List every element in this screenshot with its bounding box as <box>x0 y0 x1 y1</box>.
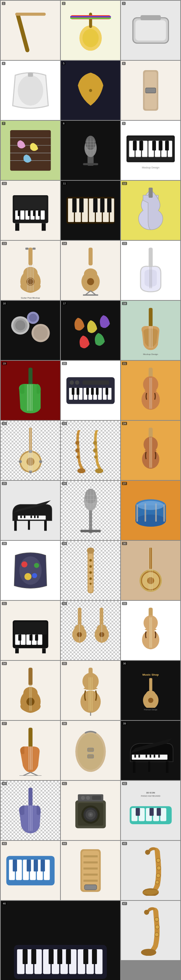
svg-rect-70 <box>72 199 77 213</box>
svg-rect-94 <box>83 294 98 296</box>
svg-point-346 <box>141 949 156 956</box>
svg-rect-0 <box>15 12 30 52</box>
grid-item-25[interactable]: 25 <box>1 481 60 540</box>
grid-item-18[interactable]: Mockup Design 18 <box>121 301 180 360</box>
svg-point-91 <box>87 278 94 285</box>
svg-line-260 <box>30 772 38 776</box>
grid-item-15[interactable]: 15 <box>121 241 180 300</box>
badge-28: 28 <box>2 542 7 545</box>
svg-rect-258 <box>28 728 32 748</box>
grid-item-22[interactable]: 22 <box>1 421 60 480</box>
grid-item-43[interactable]: 43 <box>1 841 60 900</box>
grid-item-38[interactable]: 38 <box>61 721 120 780</box>
grid-item-2[interactable]: 2 <box>61 1 120 60</box>
svg-rect-51 <box>20 210 24 220</box>
grid-item-3[interactable]: 3 <box>121 1 180 60</box>
svg-rect-271 <box>138 754 140 757</box>
svg-point-291 <box>81 795 85 800</box>
grid-item-5[interactable]: 5 <box>61 61 120 120</box>
svg-rect-126 <box>76 388 79 395</box>
svg-point-349 <box>155 933 159 937</box>
svg-rect-293 <box>92 795 101 800</box>
grid-item-26[interactable]: 26 <box>61 481 120 540</box>
svg-rect-344 <box>83 949 88 964</box>
grid-item-44[interactable]: 44 <box>61 841 120 900</box>
grid-item-13[interactable]: 13 Guitar Post Mockup <box>1 241 60 300</box>
grid-item-31[interactable]: 31 <box>1 601 60 660</box>
svg-rect-18 <box>10 130 51 170</box>
grid-item-40[interactable]: 40 <box>1 781 60 840</box>
badge-38: 38 <box>62 722 67 725</box>
grid-item-21[interactable]: 21 <box>121 361 180 420</box>
grid-item-46b[interactable]: 47 <box>121 901 180 960</box>
grid-item-36[interactable]: Music Shop Premium Design 36 <box>121 661 180 720</box>
svg-rect-221 <box>35 635 38 641</box>
grid-item-34[interactable]: 34 <box>1 661 60 720</box>
svg-point-194 <box>34 563 39 568</box>
grid-item-8[interactable]: 8 <box>61 121 120 180</box>
svg-rect-127 <box>86 388 89 395</box>
badge-3: 3 <box>122 2 126 5</box>
grid-item-1[interactable]: 1 <box>1 1 60 60</box>
svg-rect-187 <box>136 504 138 522</box>
svg-point-257 <box>148 698 153 703</box>
svg-rect-73 <box>100 199 105 213</box>
badge-8: 8 <box>62 122 66 125</box>
grid-item-16[interactable]: 16 <box>1 301 60 360</box>
badge-2: 2 <box>62 2 66 5</box>
grid-item-24[interactable]: 24 <box>121 421 180 480</box>
grid-item-14[interactable]: 14 <box>61 241 120 300</box>
grid-item-23[interactable]: 23 <box>61 421 120 480</box>
svg-rect-274 <box>154 754 155 757</box>
svg-rect-49 <box>14 197 47 209</box>
grid-item-11[interactable]: 11 <box>61 181 120 240</box>
grid-item-7[interactable]: 7 <box>1 121 60 180</box>
grid-item-20[interactable]: 20 <box>61 361 120 420</box>
badge-27: 27 <box>122 482 127 485</box>
svg-rect-45 <box>152 141 155 150</box>
grid-item-30[interactable]: 30 <box>121 541 180 600</box>
svg-rect-77 <box>25 248 28 250</box>
grid-item-45[interactable]: 45 <box>121 841 180 900</box>
image-grid: 1 2 3 <box>0 0 181 980</box>
svg-point-156 <box>93 441 97 445</box>
svg-rect-76 <box>28 248 32 265</box>
grid-item-9[interactable]: Mockup Design 9 <box>121 121 180 180</box>
svg-point-153 <box>75 448 79 452</box>
svg-rect-169 <box>20 515 22 518</box>
grid-item-35[interactable]: 35 <box>61 661 120 720</box>
svg-point-326 <box>155 880 159 884</box>
badge-15: 15 <box>122 242 127 245</box>
grid-item-19[interactable]: 19 <box>1 361 60 420</box>
grid-item-42[interactable]: 3D ICON PIANO KEYBOARD 42 <box>121 781 180 840</box>
grid-item-10[interactable]: 10 <box>1 181 60 240</box>
grid-item-37[interactable]: 37 <box>1 721 60 780</box>
svg-rect-165 <box>14 520 17 531</box>
svg-point-203 <box>90 583 91 585</box>
grid-item-46[interactable]: 46 <box>1 901 120 980</box>
svg-rect-340 <box>32 949 37 964</box>
svg-rect-342 <box>57 949 62 964</box>
svg-rect-26 <box>83 163 98 165</box>
svg-rect-311 <box>27 860 31 872</box>
grid-item-28[interactable]: 28 <box>1 541 60 600</box>
grid-item-32[interactable]: 32 <box>61 601 120 660</box>
svg-point-154 <box>76 455 79 458</box>
svg-rect-8 <box>70 18 111 19</box>
grid-item-17[interactable]: 17 <box>61 301 120 360</box>
grid-item-4[interactable]: 4 <box>1 61 60 120</box>
grid-item-29[interactable]: 29 <box>61 541 120 600</box>
grid-item-39[interactable]: 39 <box>121 721 180 780</box>
grid-item-33[interactable]: 33 <box>121 601 180 660</box>
grid-item-41[interactable]: 41 <box>61 781 120 840</box>
badge-25: 25 <box>2 482 7 485</box>
grid-item-27[interactable]: 27 <box>121 481 180 540</box>
grid-item-12[interactable]: 12 <box>121 181 180 240</box>
svg-rect-75 <box>149 188 152 198</box>
svg-rect-167 <box>28 520 30 530</box>
badge-1: 1 <box>2 2 5 5</box>
svg-point-131 <box>69 380 74 385</box>
svg-point-200 <box>89 565 91 568</box>
grid-item-6[interactable]: 6 <box>121 61 180 120</box>
svg-point-195 <box>24 573 32 580</box>
